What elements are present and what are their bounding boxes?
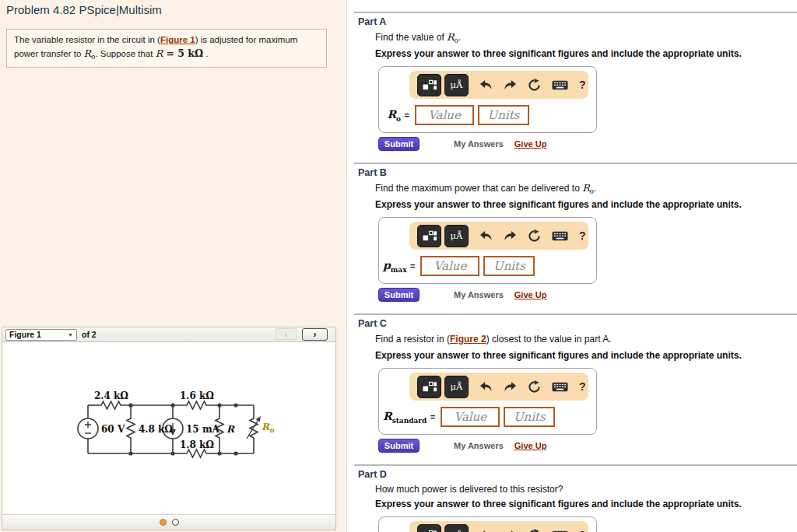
units-button[interactable]: μÅ [444,74,469,96]
value-input[interactable] [441,407,500,427]
submit-row: Submit My Answers Give Up [378,288,797,302]
part-b-heading: Part B [358,167,797,178]
reset-icon[interactable] [528,380,541,394]
undo-icon[interactable] [479,530,493,532]
undo-icon[interactable] [479,79,493,91]
section-divider [354,464,797,466]
submit-button[interactable]: Submit [378,137,420,151]
give-up-link[interactable]: Give Up [514,441,547,450]
part-d-description: How much power is delivered to this resi… [375,484,797,495]
help-icon[interactable]: ? [579,380,586,393]
my-answers-label: My Answers [454,441,504,450]
give-up-link[interactable]: Give Up [514,290,547,299]
equation-toolbar: μÅ ? [409,373,588,401]
units-button[interactable]: μÅ [444,376,469,398]
equation-toolbar: μÅ ? [409,71,588,99]
label-variable-resistor: Ro [262,422,275,434]
units-button[interactable]: μÅ [444,524,469,532]
figure-1-link[interactable]: Figure 1 [160,35,195,44]
answer-box: μÅ ? pmax = [378,217,597,284]
chevron-down-icon: ▼ [68,332,73,338]
next-figure-button[interactable]: › [302,328,328,341]
part-d-section: Part D How much power is delivered to th… [354,464,797,532]
problem-panel: Problem 4.82 PSpice|Multisim The variabl… [0,0,347,532]
pagination-dot-1[interactable] [160,519,167,526]
part-d-heading: Part D [358,469,797,480]
answer-input-row: Ro = [383,105,596,125]
page-title: Problem 4.82 PSpice|Multisim [6,3,162,16]
statement-text: . [203,49,208,58]
answer-box: μÅ ? Rstandard = [378,368,597,435]
figure-toolbar: Figure 1 ▼ of 2 ‹ › [2,327,335,342]
give-up-link[interactable]: Give Up [514,139,547,149]
value-input[interactable] [420,256,479,276]
part-b-description: Find the maximum power that can be deliv… [375,182,797,195]
my-answers-label: My Answers [454,290,504,299]
units-input[interactable] [504,407,555,427]
part-b-instruction: Express your answer to three significant… [375,199,797,210]
reset-icon[interactable] [528,529,541,532]
help-icon[interactable]: ? [579,229,586,242]
reset-icon[interactable] [528,79,541,92]
equation-editor-button[interactable] [417,376,441,398]
previous-figure-button[interactable]: ‹ [276,328,297,340]
label-voltage-source: 60 V [101,424,125,435]
circuit-diagram: 2.4 kΩ 1.6 kΩ 60 V 4.8 kΩ 15 mA R 1.8 kΩ… [2,342,335,514]
units-input[interactable] [483,256,535,276]
equation-editor-button[interactable] [417,524,441,532]
statement-text: . Suppose that [95,49,155,58]
answer-label: Ro = [383,108,409,123]
label-r-right: R [226,424,235,435]
units-input[interactable] [478,105,529,125]
redo-icon[interactable] [504,79,517,91]
section-divider [354,12,797,13]
equation-toolbar: μÅ ? [409,222,588,250]
figure-pagination [2,514,335,530]
resistor-1k6-symbol [184,401,209,409]
undo-icon[interactable] [479,381,493,393]
voltage-source-symbol [78,418,98,439]
statement-text: The variable resistor in the circuit in … [14,35,160,44]
equation-editor-button[interactable] [417,74,441,96]
resistor-1k8-symbol [184,450,209,457]
keyboard-icon[interactable] [552,80,568,90]
redo-icon[interactable] [504,530,517,532]
reset-icon[interactable] [528,229,541,243]
units-button[interactable]: μÅ [444,225,469,247]
pagination-dot-2[interactable] [172,519,179,526]
section-divider [354,163,797,164]
keyboard-icon[interactable] [552,231,568,241]
submit-row: Submit My Answers Give Up [378,439,797,453]
part-a-instruction: Express your answer to three significant… [375,48,797,59]
submit-button[interactable]: Submit [378,439,420,453]
submit-button[interactable]: Submit [378,288,420,302]
equation-editor-button[interactable] [417,225,441,247]
redo-icon[interactable] [504,381,517,393]
part-c-instruction: Express your answer to three significant… [375,350,797,361]
math-value: 5 kΩ [177,47,203,59]
part-a-description: Find the value of Ro. [375,31,797,44]
answer-box: μÅ ? Ro = [378,66,597,133]
value-input[interactable] [415,105,474,125]
parts-panel: Part A Find the value of Ro. Express you… [354,0,797,532]
figure-navigation: ‹ › [276,328,328,341]
part-b-section: Part B Find the maximum power that can b… [354,163,797,313]
help-icon[interactable]: ? [579,529,586,532]
figure-selector-dropdown[interactable]: Figure 1 ▼ [5,329,77,341]
redo-icon[interactable] [504,230,517,242]
answer-input-row: pmax = [383,256,596,276]
circuit-figure: 2.4 kΩ 1.6 kΩ 60 V 4.8 kΩ 15 mA R 1.8 kΩ… [2,342,335,514]
undo-icon[interactable] [479,230,493,242]
answer-box: μÅ ? p = [378,516,597,532]
math-ro: R [83,47,90,59]
section-divider [354,313,797,315]
figure-2-link[interactable]: Figure 2 [450,334,486,345]
part-a-heading: Part A [358,16,797,27]
part-a-section: Part A Find the value of Ro. Express you… [354,12,797,163]
label-r-top-left: 2.4 kΩ [94,390,128,401]
answer-label: Rstandard = [383,410,435,425]
submit-row: Submit My Answers Give Up [378,137,797,151]
variable-arrow-icon [256,416,261,422]
help-icon[interactable]: ? [579,79,586,91]
keyboard-icon[interactable] [552,382,568,392]
